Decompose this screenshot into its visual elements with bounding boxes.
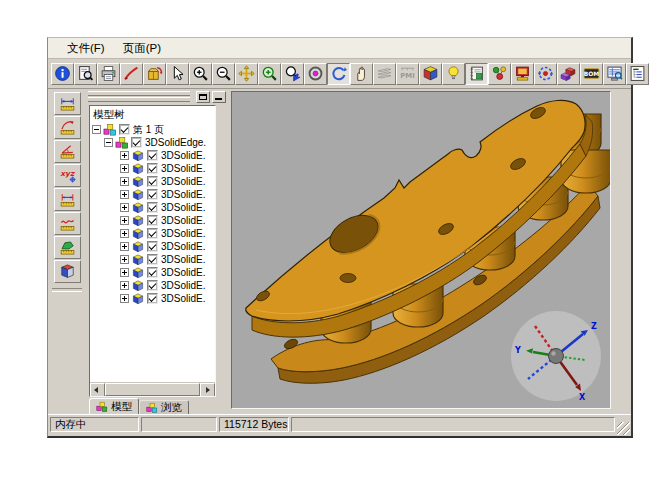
tree-node-part[interactable]: 3DSolidE. <box>90 253 215 266</box>
checkbox-checked[interactable] <box>147 202 158 213</box>
checkbox-checked[interactable] <box>147 150 158 161</box>
panel-hide-button[interactable] <box>212 91 226 103</box>
axis-triad[interactable]: Z X Y <box>509 309 604 404</box>
tree-node-assembly[interactable]: 3DSolidEdge. <box>90 136 215 149</box>
menu-page[interactable]: 页面(P) <box>114 39 170 58</box>
tree-node-part[interactable]: 3DSolidE. <box>90 149 215 162</box>
zoom-out-button[interactable] <box>212 63 235 85</box>
tree-node-part[interactable]: 3DSolidE. <box>90 266 215 279</box>
tree-node-part[interactable]: 3DSolidE. <box>90 292 215 305</box>
report-view-button[interactable] <box>603 63 626 85</box>
tab-browse[interactable]: 浏览 <box>139 400 189 415</box>
expand-icon[interactable] <box>120 294 129 303</box>
print-button[interactable] <box>97 63 120 85</box>
resize-grip[interactable] <box>617 422 630 435</box>
checkbox-checked[interactable] <box>147 176 158 187</box>
tree-node-page[interactable]: 第 1 页 <box>90 123 215 136</box>
lightbulb-icon <box>445 65 462 82</box>
tree-node-part[interactable]: 3DSolidE. <box>90 214 215 227</box>
checkbox-checked[interactable] <box>147 254 158 265</box>
tree-node-part[interactable]: 3DSolidE. <box>90 188 215 201</box>
panel-restore-button[interactable] <box>196 91 210 103</box>
tree-node-label: 3DSolidE. <box>161 293 205 304</box>
assembly-node-icon <box>115 136 129 150</box>
tree-node-part[interactable]: 3DSolidE. <box>90 162 215 175</box>
notebook-button[interactable] <box>465 63 488 85</box>
curve-length-button[interactable] <box>54 212 81 235</box>
select-button[interactable] <box>166 63 189 85</box>
expand-icon[interactable] <box>120 190 129 199</box>
expand-icon[interactable] <box>120 177 129 186</box>
expand-icon[interactable] <box>120 229 129 238</box>
expand-icon[interactable] <box>120 164 129 173</box>
radius-dimension-button[interactable] <box>54 116 81 139</box>
tree-node-label: 3DSolidE. <box>161 202 205 213</box>
expand-icon[interactable] <box>120 216 129 225</box>
checkbox-checked[interactable] <box>119 124 130 135</box>
export-package-button[interactable] <box>143 63 166 85</box>
checkbox-checked[interactable] <box>147 189 158 200</box>
zoom-in-button[interactable] <box>189 63 212 85</box>
scrollbar-thumb[interactable] <box>105 383 200 396</box>
tree-node-part[interactable]: 3DSolidE. <box>90 227 215 240</box>
tree-node-part[interactable]: 3DSolidE. <box>90 240 215 253</box>
pan-hand-button[interactable] <box>350 63 373 85</box>
checkbox-checked[interactable] <box>147 215 158 226</box>
layers-button[interactable] <box>373 63 396 85</box>
coordinate-measure-button[interactable]: xyz <box>54 164 81 187</box>
solid-blocks-button[interactable] <box>557 63 580 85</box>
distance-dimension-button[interactable] <box>54 188 81 211</box>
collapse-icon[interactable] <box>92 125 101 134</box>
print-preview-button[interactable] <box>74 63 97 85</box>
collapse-icon[interactable] <box>104 138 113 147</box>
menu-bar: 文件(F) 页面(P) <box>48 38 631 59</box>
assembly-tools-button[interactable] <box>488 63 511 85</box>
tree-view-button[interactable] <box>626 63 649 85</box>
expand-icon[interactable] <box>120 281 129 290</box>
horizontal-scrollbar[interactable] <box>90 382 215 396</box>
tab-model[interactable]: 模型 <box>89 398 139 415</box>
tree-node-label: 3DSolidE. <box>161 176 205 187</box>
zoom-select-button[interactable] <box>281 63 304 85</box>
view-3d-button[interactable] <box>419 63 442 85</box>
orbit-button[interactable] <box>304 63 327 85</box>
about-button[interactable] <box>51 63 74 85</box>
expand-icon[interactable] <box>120 255 129 264</box>
angle-dimension-button[interactable] <box>54 140 81 163</box>
tree-node-part[interactable]: 3DSolidE. <box>90 279 215 292</box>
expand-icon[interactable] <box>120 242 129 251</box>
part-node-icon <box>131 175 145 189</box>
volume-measure-icon <box>59 263 76 280</box>
tree-node-part[interactable]: 3DSolidE. <box>90 175 215 188</box>
redline-button[interactable] <box>120 63 143 85</box>
update-cycle-button[interactable] <box>534 63 557 85</box>
scroll-right-icon[interactable] <box>200 383 215 397</box>
expand-icon[interactable] <box>120 268 129 277</box>
area-measure-button[interactable] <box>54 236 81 259</box>
workstation-button[interactable] <box>511 63 534 85</box>
viewport-3d[interactable]: Z X Y <box>231 91 611 409</box>
checkbox-checked[interactable] <box>131 137 142 148</box>
bom-button[interactable]: BOM <box>580 63 603 85</box>
volume-measure-button[interactable] <box>54 260 81 283</box>
expand-icon[interactable] <box>120 203 129 212</box>
expand-icon[interactable] <box>120 151 129 160</box>
pan-button[interactable] <box>235 63 258 85</box>
tree-node-part[interactable]: 3DSolidE. <box>90 201 215 214</box>
checkbox-checked[interactable] <box>147 280 158 291</box>
zoom-all-button[interactable] <box>258 63 281 85</box>
checkbox-checked[interactable] <box>147 228 158 239</box>
small-hole <box>340 274 356 283</box>
package-icon <box>146 65 163 82</box>
checkbox-checked[interactable] <box>147 241 158 252</box>
menu-file[interactable]: 文件(F) <box>58 39 114 58</box>
panel-gripper[interactable] <box>88 90 190 103</box>
pmi-button[interactable]: PMI <box>396 63 419 85</box>
scroll-left-icon[interactable] <box>90 383 105 397</box>
rotate-button[interactable] <box>327 63 350 85</box>
light-button[interactable] <box>442 63 465 85</box>
checkbox-checked[interactable] <box>147 267 158 278</box>
checkbox-checked[interactable] <box>147 293 158 304</box>
checkbox-checked[interactable] <box>147 163 158 174</box>
linear-dimension-button[interactable] <box>54 92 81 115</box>
